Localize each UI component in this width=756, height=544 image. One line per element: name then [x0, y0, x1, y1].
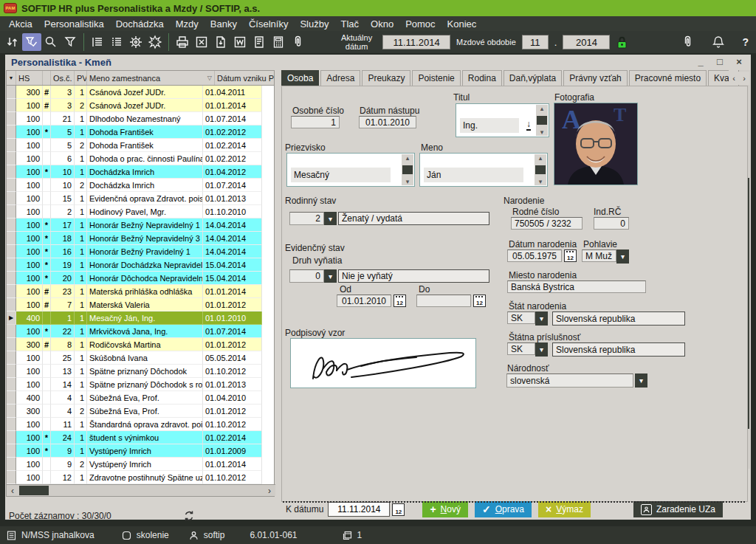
table-row[interactable]: 100151Evidenčná oprava Zdravot. pois01.0…	[7, 192, 262, 205]
table-row[interactable]: 100*241študent s výnimkou01.02.2014	[7, 431, 262, 444]
horizontal-scrollbar[interactable]: ‹ ›	[7, 484, 275, 496]
table-row[interactable]: 10092Vystúpený Imrich01.01.2014	[7, 458, 262, 471]
minimize-button[interactable]: _	[695, 56, 707, 67]
horizontal-scroll-thumb[interactable]	[19, 486, 49, 495]
scroll-left-icon[interactable]: ‹	[7, 485, 18, 496]
header-name[interactable]: Meno zamestnanca ▽	[87, 71, 215, 85]
maximize-button[interactable]: □	[714, 56, 726, 67]
header-hs[interactable]: HS	[16, 71, 43, 85]
edit-button[interactable]: ✓ Oprava	[475, 501, 532, 517]
tab-pracovne-miesto[interactable]: Pracovné miesto	[629, 70, 707, 86]
birth-date-calendar-icon[interactable]: 12	[564, 249, 577, 262]
marital-code-field[interactable]: 2	[289, 212, 324, 225]
tab-osoba[interactable]: Osoba	[281, 70, 319, 86]
table-row[interactable]: 100131Spätne priznaný Dôchodok01.10.2012	[7, 365, 262, 378]
settings-gear-icon[interactable]	[126, 33, 145, 51]
menu-item-mzdy[interactable]: Mzdy	[170, 17, 205, 31]
tab-pravny-vztah[interactable]: Právny vzťah	[563, 70, 628, 86]
gender-dropdown-icon[interactable]	[616, 249, 629, 264]
menu-item-pomoc[interactable]: Pomoc	[399, 17, 441, 31]
tab-danvyplata[interactable]: Daň,výplata	[504, 70, 562, 86]
delete-button[interactable]: × Výmaz	[538, 501, 591, 517]
surname-spinner[interactable]	[402, 154, 413, 185]
header-filter-icon[interactable]: ▼	[7, 71, 16, 85]
word-export-icon[interactable]	[230, 33, 250, 51]
personal-number-field[interactable]: 1	[291, 116, 340, 128]
table-row[interactable]: 100*101Dochádzka Imrich01.04.2012	[7, 165, 262, 179]
from-date-field[interactable]: 01.01.2010	[337, 295, 391, 307]
help-icon[interactable]: ?	[742, 36, 749, 48]
table-row[interactable]: 300#81Rodičovská Martina01.01.2012	[7, 338, 262, 351]
funnel-icon[interactable]	[61, 33, 80, 51]
table-row[interactable]: 100*191Honorár Dochádzka Nepravideln15.0…	[7, 258, 262, 272]
menu-item-personalistika[interactable]: Personalistika	[38, 17, 110, 31]
list-icon[interactable]	[107, 33, 126, 51]
table-row[interactable]: 100111Štandardná oprava zdravot. pois01.…	[7, 418, 262, 431]
table-row[interactable]: 100#32Csánová Jozef JUDr.01.01.2014	[7, 99, 262, 112]
table-row[interactable]: 100#231Materská prihláška odhláška01.01.…	[7, 285, 262, 298]
table-row[interactable]: 100*181Honorár Bežný Nepravidelný 314.04…	[7, 232, 262, 245]
detail-list-icon[interactable]	[88, 33, 107, 51]
title-spinner[interactable]	[536, 105, 548, 136]
menu-item-dochadzka[interactable]: Dochádzka	[110, 17, 170, 31]
tab-adresa[interactable]: Adresa	[320, 70, 360, 86]
tab-scroll-left-icon[interactable]: ‹	[729, 72, 739, 85]
calculator-icon[interactable]	[269, 33, 288, 51]
title-combo[interactable]: Ing. ↓	[456, 103, 549, 137]
period-month-field[interactable]: 11	[522, 35, 549, 49]
menu-item-sluzby[interactable]: Služby	[294, 17, 334, 31]
birth-country-code-field[interactable]: SK	[507, 311, 535, 324]
assign-uza-button[interactable]: Zaradenie UZa	[633, 501, 723, 517]
table-row[interactable]: 100*51Dohoda František01.02.2012	[7, 125, 262, 139]
exemption-code-field[interactable]: 0	[289, 269, 324, 283]
gender-field[interactable]: M Muž	[582, 249, 616, 262]
to-calendar-icon[interactable]: 12	[473, 295, 486, 307]
table-row[interactable]: 100*171Honorár Bežný Nepravidelný 114.04…	[7, 218, 262, 232]
citizenship-dropdown-icon[interactable]	[535, 342, 548, 357]
menu-item-ciselniky[interactable]: Číselníky	[243, 17, 294, 31]
menu-item-tlac[interactable]: Tlač	[334, 17, 365, 31]
menu-item-akcia[interactable]: Akcia	[3, 17, 38, 31]
table-row[interactable]: 100#71Materská Valeria01.01.2012	[7, 298, 262, 311]
as-of-date-field[interactable]: 11.11.2014	[328, 502, 390, 517]
tab-poistenie[interactable]: Poistenie	[412, 70, 460, 86]
attachment-icon[interactable]	[288, 33, 307, 51]
table-row[interactable]: 10061Dohoda o prac. činnosti Paulína01.0…	[7, 152, 262, 165]
header-osc[interactable]: Os.č.	[51, 71, 75, 85]
tab-preukazy[interactable]: Preukazy	[362, 70, 410, 86]
header-flag[interactable]	[43, 71, 51, 85]
menu-item-koniec[interactable]: Koniec	[441, 17, 483, 31]
nationality-dropdown-icon[interactable]	[635, 373, 647, 388]
tab-scroll-right-icon[interactable]: ›	[739, 72, 749, 85]
new-button[interactable]: + Nový	[422, 501, 468, 517]
refresh-icon[interactable]	[182, 509, 196, 523]
sort-icon[interactable]	[3, 33, 22, 51]
table-row[interactable]: 100141Spätne priznaný Dôchodok s roz01.0…	[7, 378, 262, 391]
firstname-combo[interactable]: Ján	[419, 153, 548, 187]
table-row[interactable]: 100*161Honorár Bežný Pravidelný 114.04.2…	[7, 245, 262, 258]
table-row[interactable]: 100121Zdravotne postihnutý Spätne uz01.1…	[7, 471, 262, 484]
from-calendar-icon[interactable]: 12	[394, 295, 406, 307]
birth-date-field[interactable]: 05.05.1975	[507, 249, 562, 262]
start-date-field[interactable]: 01.01.2010	[359, 116, 416, 128]
period-year-field[interactable]: 2014	[563, 35, 610, 49]
table-row[interactable]: 100211Dlhodobo Nezamestnaný01.07.2014	[7, 112, 262, 125]
table-row[interactable]: ▶40011Mesačný Ján, Ing.01.01.2010	[7, 311, 262, 325]
paperclip-icon[interactable]	[680, 35, 695, 49]
birth-country-dropdown-icon[interactable]	[535, 311, 548, 326]
search-icon[interactable]	[41, 33, 61, 51]
print-icon[interactable]	[173, 33, 192, 51]
menu-item-banky[interactable]: Banky	[205, 17, 243, 31]
table-row[interactable]: 100102Dochádzka Imrich01.07.2014	[7, 179, 262, 192]
bell-icon[interactable]	[711, 35, 726, 49]
title-dropdown-icon[interactable]: ↓	[526, 120, 531, 131]
as-of-date-calendar-icon[interactable]: 12	[392, 503, 405, 516]
birth-place-field[interactable]: Banská Bystrica	[507, 280, 646, 293]
nationality-field[interactable]: slovenská	[506, 373, 633, 388]
header-date[interactable]: Dátum vzniku PV ∧	[215, 71, 274, 85]
to-date-field[interactable]	[416, 295, 471, 307]
filter-check-icon[interactable]	[22, 33, 41, 51]
table-row[interactable]: 30042Súbežná Eva, Prof.01.01.2012	[7, 404, 262, 418]
table-row[interactable]: 40041Súbežná Eva, Prof.01.04.2010	[7, 391, 262, 404]
lock-icon[interactable]	[616, 35, 628, 49]
